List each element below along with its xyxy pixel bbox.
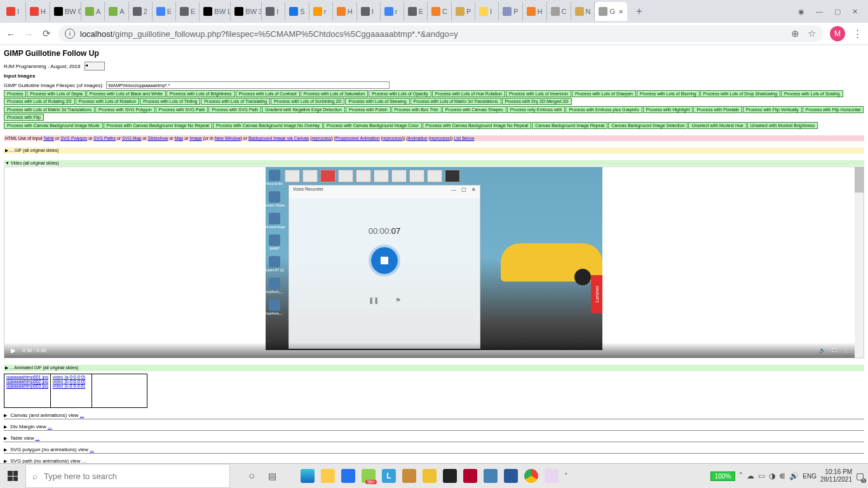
- process-button[interactable]: Process with Lots of Blurring: [637, 90, 700, 97]
- expand-icon[interactable]: ▶: [4, 413, 7, 417]
- expand-icon[interactable]: ▶: [4, 436, 7, 440]
- process-button[interactable]: Process with Lots of Hue Rotation: [432, 90, 505, 97]
- volume-icon[interactable]: 🔊: [819, 348, 825, 353]
- animated-gif-bar[interactable]: ▶ ... Animated GIF (all original slides): [4, 365, 864, 371]
- thumb-link[interactable]: ggaaaaabtmp002.jpg: [6, 379, 48, 384]
- scrollbar-thumb[interactable]: [855, 167, 864, 193]
- browser-tab[interactable]: E: [404, 2, 428, 21]
- reload-button[interactable]: ⟳: [41, 28, 52, 39]
- app-filezilla[interactable]: [461, 467, 479, 485]
- app-libre[interactable]: L: [380, 467, 398, 485]
- process-button[interactable]: Process with Lots of Tinting: [140, 98, 200, 105]
- process-button[interactable]: Process: [4, 90, 26, 97]
- battery-indicator[interactable]: 100%: [710, 471, 736, 481]
- app-edge[interactable]: [299, 467, 316, 485]
- thumb-link[interactable]: video (b-0:0-0:0): [53, 379, 90, 384]
- process-button[interactable]: Process with Flip: [4, 114, 44, 121]
- thumb-link[interactable]: video (c-0:0-0:0): [53, 384, 90, 388]
- process-button[interactable]: Process only Emboss with: [507, 106, 566, 113]
- browser-tab-active[interactable]: G ✕: [595, 2, 627, 21]
- browser-tab[interactable]: BW C: [50, 2, 81, 21]
- process-button[interactable]: Process with Lots of Translating: [201, 98, 270, 105]
- fullscreen-icon[interactable]: ⛶: [832, 348, 837, 353]
- cortana-icon[interactable]: ○: [243, 467, 261, 485]
- process-button[interactable]: Process with Lots of Black and White: [86, 90, 166, 97]
- start-button[interactable]: [0, 464, 25, 488]
- pause-icon[interactable]: ❚❚: [369, 297, 379, 304]
- details-row[interactable]: ▶ Canvas (and animations) view ...: [4, 412, 864, 419]
- process-button[interactable]: Process with Lots of Rotation: [76, 98, 140, 105]
- close-window-icon[interactable]: ✕: [852, 8, 858, 16]
- process-button[interactable]: Process with Flip Horizontal: [803, 106, 864, 113]
- thumb-link[interactable]: ggaaaaabtmp001.jpg: [6, 375, 48, 379]
- process-button[interactable]: Process with Canvas Background Image No …: [213, 122, 323, 129]
- app-7zip[interactable]: [400, 467, 418, 485]
- thumb-link[interactable]: ggaaaaabtmp003.jpg: [6, 384, 48, 388]
- browser-tab[interactable]: I: [475, 2, 499, 21]
- process-button[interactable]: Process with Canvas Background Image Col…: [323, 122, 422, 129]
- subtitle-input[interactable]: ◂: [85, 62, 105, 71]
- browser-tab[interactable]: H: [523, 2, 547, 21]
- browser-tab[interactable]: P: [499, 2, 522, 21]
- zoom-icon[interactable]: ⊕: [789, 28, 801, 39]
- process-button[interactable]: Process with SVG Path: [208, 106, 261, 113]
- new-tab-button[interactable]: +: [631, 3, 648, 20]
- browser-tab[interactable]: BW 3: [231, 2, 262, 21]
- browser-tab[interactable]: E: [153, 2, 176, 21]
- scrollbar[interactable]: [855, 167, 864, 358]
- process-button[interactable]: Process with Lots of Skewing: [345, 98, 409, 105]
- browser-tab[interactable]: I: [3, 2, 26, 21]
- browser-tab[interactable]: E: [176, 2, 200, 21]
- process-button[interactable]: Process with Canvas Background Image No …: [104, 122, 212, 129]
- process-button[interactable]: Process with Flip Vertically: [743, 106, 802, 113]
- wifi-icon[interactable]: ⋐: [779, 471, 785, 480]
- browser-tab[interactable]: S: [285, 2, 309, 21]
- rec-max-icon[interactable]: ▢: [461, 187, 466, 197]
- browser-tab[interactable]: r: [381, 2, 404, 21]
- process-button[interactable]: Process with SVG Polygon: [95, 106, 155, 113]
- process-button[interactable]: Canvas Background Image Selection: [608, 122, 688, 129]
- process-button[interactable]: Process with Canvas Background Image Mod…: [4, 122, 103, 129]
- recorder-stop-button[interactable]: [371, 247, 398, 274]
- process-button[interactable]: Process with Lots of Inversion: [506, 90, 571, 97]
- process-button[interactable]: Process with Lots of Opacity: [369, 90, 431, 97]
- process-button[interactable]: Process with Lots of Scribbling 2D: [271, 98, 344, 105]
- browser-tab[interactable]: A: [81, 2, 105, 21]
- onedrive-icon[interactable]: ☁: [747, 471, 754, 480]
- browser-tab[interactable]: N: [571, 2, 595, 21]
- details-row[interactable]: ▶ SVG polygon (no animations) view ...: [4, 446, 864, 454]
- address-bar[interactable]: i localhost/gimp_guillotine_followup.php…: [58, 25, 824, 42]
- process-button[interactable]: Process with Polish: [346, 106, 391, 113]
- process-button[interactable]: Gradient with Negative Edge Detection: [262, 106, 345, 113]
- app-explorer[interactable]: [319, 467, 337, 485]
- tray-language[interactable]: ENG: [803, 473, 817, 480]
- process-button[interactable]: Process with Lots of Saturation: [301, 90, 369, 97]
- flag-icon[interactable]: ⚑: [395, 297, 401, 304]
- tray-clock[interactable]: 10:16 PM28/11/2021: [820, 468, 852, 484]
- rec-min-icon[interactable]: —: [451, 187, 456, 197]
- process-button[interactable]: Process with Lots of Drop Shadowing: [700, 90, 780, 97]
- process-button[interactable]: Unselect with Modest Hue: [688, 122, 746, 129]
- gif-collapsed-bar[interactable]: ▶ ... GIF (all original slides): [4, 147, 864, 154]
- close-icon[interactable]: ✕: [618, 8, 623, 15]
- process-button[interactable]: Process with Highlight: [643, 106, 693, 113]
- app-paint[interactable]: [543, 467, 560, 485]
- app-cmd[interactable]: [441, 467, 459, 485]
- rec-close-icon[interactable]: ✕: [471, 187, 476, 197]
- browser-tab[interactable]: r: [309, 2, 333, 21]
- process-button[interactable]: Process with Box Thin: [391, 106, 442, 113]
- process-button[interactable]: Process with Lots of Matrix 3d Translati…: [410, 98, 501, 105]
- app-chrome[interactable]: [522, 467, 540, 485]
- overflow-chevron-icon[interactable]: ˄: [564, 472, 568, 480]
- sound-icon[interactable]: 🔊: [789, 471, 799, 480]
- browser-tab[interactable]: C: [547, 2, 571, 21]
- browser-tab[interactable]: H: [26, 2, 50, 21]
- process-button[interactable]: Process with Canvas Shapes: [442, 106, 506, 113]
- process-button[interactable]: Unselect with Modest Brightness: [747, 122, 818, 129]
- browser-tab[interactable]: H: [333, 2, 357, 21]
- process-button[interactable]: Canvas Background Image Repeat: [532, 122, 607, 129]
- process-button[interactable]: Process with Lots of Sharpen: [572, 90, 636, 97]
- bookmark-icon[interactable]: ☆: [806, 28, 817, 39]
- process-button[interactable]: Process with SVG Path: [156, 106, 208, 113]
- browser-tab[interactable]: 2: [129, 2, 153, 21]
